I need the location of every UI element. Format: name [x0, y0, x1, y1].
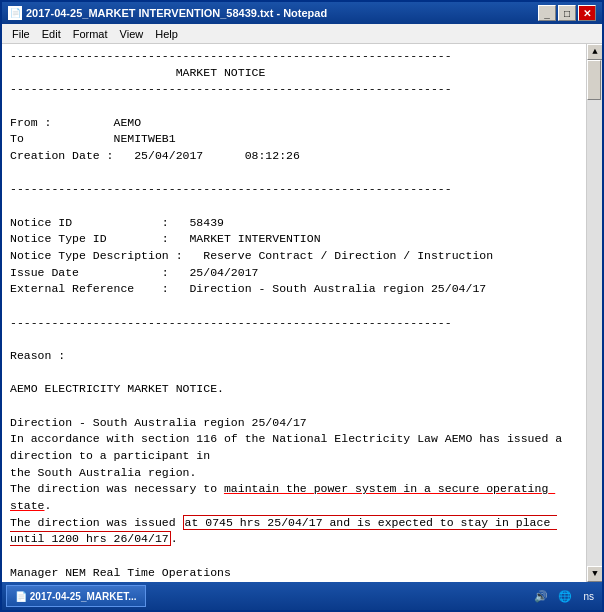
menu-format[interactable]: Format	[67, 26, 114, 42]
menu-view[interactable]: View	[114, 26, 150, 42]
title-bar: 📄 2017-04-25_MARKET INTERVENTION_58439.t…	[2, 2, 602, 24]
underline-phrase-1: maintain the power system in a secure op…	[10, 482, 555, 512]
minimize-button[interactable]: _	[538, 5, 556, 21]
taskbar-active-window[interactable]: 📄 2017-04-25_MARKET...	[6, 585, 146, 607]
taskbar-window-label: 📄 2017-04-25_MARKET...	[15, 591, 137, 602]
app-icon: 📄	[8, 6, 22, 20]
scroll-down-button[interactable]: ▼	[587, 566, 602, 582]
taskbar-time: ns	[579, 591, 598, 602]
highlight-phrase-2: at 0745 hrs 25/04/17 and is expected to …	[10, 515, 557, 547]
taskbar: 📄 2017-04-25_MARKET... 🔊 🌐 ns	[2, 582, 602, 610]
title-bar-left: 📄 2017-04-25_MARKET INTERVENTION_58439.t…	[8, 6, 327, 20]
content-area: ----------------------------------------…	[2, 44, 602, 582]
window-title: 2017-04-25_MARKET INTERVENTION_58439.txt…	[26, 7, 327, 19]
notepad-window: 📄 2017-04-25_MARKET INTERVENTION_58439.t…	[0, 0, 604, 612]
taskbar-right: 🔊 🌐 ns	[531, 586, 598, 606]
text-editor[interactable]: ----------------------------------------…	[2, 44, 586, 582]
taskbar-icon-2: 🌐	[555, 586, 575, 606]
vertical-scrollbar[interactable]: ▲ ▼	[586, 44, 602, 582]
scroll-thumb[interactable]	[587, 60, 601, 100]
menu-edit[interactable]: Edit	[36, 26, 67, 42]
menu-file[interactable]: File	[6, 26, 36, 42]
menu-bar: File Edit Format View Help	[2, 24, 602, 44]
scroll-up-button[interactable]: ▲	[587, 44, 602, 60]
scroll-track[interactable]	[587, 60, 602, 566]
taskbar-icon-1: 🔊	[531, 586, 551, 606]
maximize-button[interactable]: □	[558, 5, 576, 21]
close-button[interactable]: ✕	[578, 5, 596, 21]
menu-help[interactable]: Help	[149, 26, 184, 42]
title-bar-controls: _ □ ✕	[538, 5, 596, 21]
